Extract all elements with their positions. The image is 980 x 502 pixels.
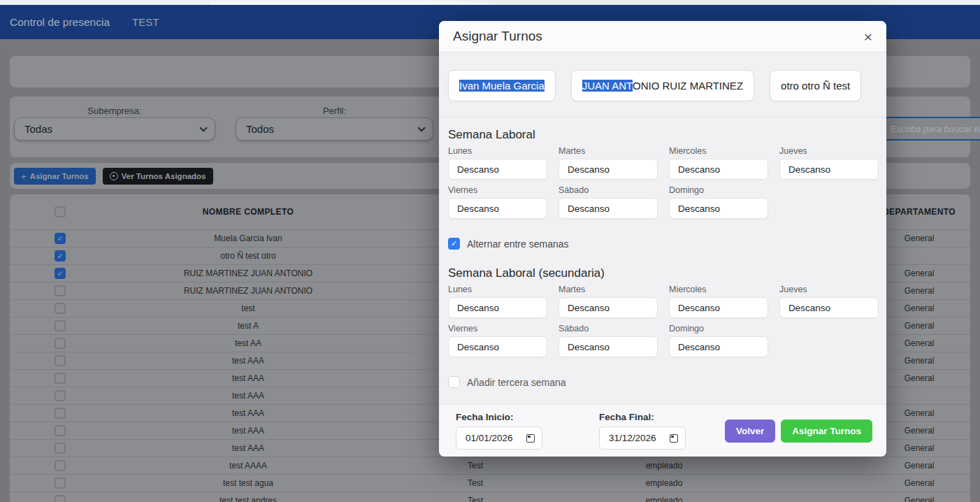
day-label: Sábado bbox=[559, 185, 658, 195]
day-field-miercoles: MiercolesDescanso bbox=[669, 146, 768, 180]
row-checkbox[interactable]: ✓ bbox=[55, 250, 66, 261]
row-checkbox[interactable] bbox=[55, 320, 66, 331]
employee-chip[interactable]: JUAN ANTONIO RUIZ MARTINEZ bbox=[571, 70, 754, 101]
day-label: Sábado bbox=[559, 324, 658, 334]
row-checkbox[interactable] bbox=[55, 390, 66, 401]
tercera-semana-checkbox[interactable] bbox=[448, 376, 460, 388]
row-checkbox[interactable] bbox=[55, 285, 66, 296]
fecha-inicio-group: Fecha Inicio: 01/01/2026 bbox=[456, 412, 542, 450]
day-label: Miercoles bbox=[669, 146, 768, 156]
row-checkbox[interactable] bbox=[55, 355, 66, 366]
chevron-down-icon bbox=[417, 124, 425, 131]
calendar-icon[interactable] bbox=[670, 434, 678, 443]
day-field-lunes: LunesDescanso bbox=[448, 146, 547, 180]
cell-perfil: empleado bbox=[565, 496, 763, 502]
day-shift-input[interactable]: Descanso bbox=[669, 159, 768, 180]
fecha-inicio-input[interactable]: 01/01/2026 bbox=[456, 426, 542, 450]
cell-name: test AAA bbox=[110, 408, 386, 418]
week1-day-grid: LunesDescansoMartesDescansoMiercolesDesc… bbox=[448, 146, 890, 224]
row-checkbox[interactable] bbox=[55, 425, 66, 436]
cell-departamento: General bbox=[763, 461, 970, 471]
ver-turnos-asignados-button[interactable]: Ver Turnos Asignados bbox=[103, 168, 213, 185]
column-header-nombre: NOMBRE COMPLETO bbox=[110, 207, 386, 217]
asignar-turnos-submit-button[interactable]: Asignar Turnos bbox=[781, 419, 872, 443]
day-field-sábado: SábadoDescanso bbox=[559, 185, 658, 219]
cell-name: test bbox=[110, 303, 386, 313]
day-shift-input[interactable]: Descanso bbox=[779, 297, 879, 318]
day-shift-input[interactable]: Descanso bbox=[779, 159, 879, 180]
select-all-checkbox[interactable] bbox=[55, 206, 66, 217]
cell-subempresa: Test bbox=[386, 478, 565, 488]
day-shift-input[interactable]: Descanso bbox=[669, 198, 768, 219]
employee-chip[interactable]: Ivan Muela Garcia bbox=[448, 70, 556, 101]
day-shift-input[interactable]: Descanso bbox=[559, 297, 658, 318]
day-shift-input[interactable]: Descanso bbox=[559, 336, 658, 357]
employee-chip[interactable]: otro otro Ñ test bbox=[770, 70, 861, 101]
day-shift-input[interactable]: Descanso bbox=[448, 198, 547, 219]
asignar-turnos-modal: Asignar Turnos × Ivan Muela Garcia JUAN … bbox=[439, 21, 886, 457]
day-field-domingo: DomingoDescanso bbox=[669, 324, 768, 357]
row-checkbox[interactable] bbox=[55, 408, 66, 419]
cell-name: RUIZ MARTINEZ JUAN ANTONIO bbox=[110, 268, 386, 278]
day-shift-input[interactable]: Descanso bbox=[559, 198, 658, 219]
asignar-turnos-button[interactable]: + Asignar Turnos bbox=[14, 168, 96, 185]
row-checkbox[interactable] bbox=[55, 373, 66, 384]
modal-header: Asignar Turnos × bbox=[439, 21, 886, 52]
search-input[interactable] bbox=[886, 117, 980, 141]
day-label: Jueves bbox=[779, 285, 879, 294]
day-label: Lunes bbox=[448, 285, 547, 294]
cell-name: test AAA bbox=[110, 426, 386, 436]
cell-name: test test agua bbox=[110, 478, 386, 488]
modal-footer: Fecha Inicio: 01/01/2026 Fecha Final: 31… bbox=[439, 404, 886, 457]
alternar-checkbox[interactable]: ✓ bbox=[448, 238, 460, 250]
cell-subempresa: Test bbox=[386, 496, 565, 502]
day-shift-input[interactable]: Descanso bbox=[669, 336, 768, 357]
cell-name: test AAA bbox=[110, 356, 386, 366]
row-checkbox[interactable] bbox=[55, 303, 66, 314]
volver-button[interactable]: Volver bbox=[725, 419, 775, 443]
row-checkbox[interactable] bbox=[55, 495, 66, 502]
row-checkbox[interactable] bbox=[55, 460, 66, 471]
day-label: Martes bbox=[559, 285, 658, 294]
navbar-item-test[interactable]: TEST bbox=[132, 16, 159, 28]
modal-title: Asignar Turnos bbox=[453, 29, 542, 44]
modal-body: Ivan Muela Garcia JUAN ANTONIO RUIZ MART… bbox=[439, 52, 886, 404]
navbar-brand[interactable]: Control de presencia bbox=[10, 16, 110, 29]
day-shift-input[interactable]: Descanso bbox=[559, 159, 658, 180]
table-row: test test agua Test empleado General bbox=[10, 474, 970, 492]
day-shift-input[interactable]: Descanso bbox=[448, 336, 547, 357]
week2-day-grid: LunesDescansoMartesDescansoMiercolesDesc… bbox=[448, 285, 890, 363]
day-field-viernes: ViernesDescanso bbox=[448, 324, 547, 357]
day-label: Viernes bbox=[448, 185, 547, 195]
browser-strip bbox=[0, 0, 980, 5]
fecha-final-label: Fecha Final: bbox=[599, 412, 686, 422]
subempresa-select[interactable]: Todas bbox=[14, 117, 215, 141]
row-checkbox[interactable] bbox=[55, 478, 66, 489]
cell-name: test AAA bbox=[110, 391, 386, 401]
cell-name: test A bbox=[110, 321, 386, 331]
close-icon[interactable]: × bbox=[864, 29, 872, 44]
week1-title: Semana Laboral bbox=[448, 128, 877, 142]
cell-name: test AAA bbox=[110, 373, 386, 383]
day-field-martes: MartesDescanso bbox=[559, 146, 658, 180]
plus-icon: + bbox=[21, 171, 27, 182]
row-checkbox[interactable] bbox=[55, 443, 66, 454]
day-label: Viernes bbox=[448, 324, 547, 334]
day-shift-input[interactable]: Descanso bbox=[669, 297, 768, 318]
fecha-final-input[interactable]: 31/12/2026 bbox=[599, 426, 686, 450]
row-checkbox[interactable]: ✓ bbox=[55, 268, 66, 279]
ver-turnos-button-label: Ver Turnos Asignados bbox=[122, 172, 206, 180]
perfil-select[interactable]: Todos bbox=[236, 117, 433, 141]
day-field-domingo: DomingoDescanso bbox=[669, 185, 768, 219]
calendar-icon[interactable] bbox=[526, 434, 535, 443]
day-shift-input[interactable]: Descanso bbox=[448, 159, 547, 180]
table-row: test test andres Test empleado General bbox=[10, 492, 970, 502]
day-shift-input[interactable]: Descanso bbox=[448, 297, 547, 318]
day-label: Lunes bbox=[448, 146, 547, 156]
day-field-martes: MartesDescanso bbox=[559, 285, 658, 318]
day-field-lunes: LunesDescanso bbox=[448, 285, 547, 318]
day-field-jueves: JuevesDescanso bbox=[779, 285, 879, 318]
day-field-miercoles: MiercolesDescanso bbox=[669, 285, 768, 318]
row-checkbox[interactable]: ✓ bbox=[55, 233, 66, 244]
row-checkbox[interactable] bbox=[55, 338, 66, 349]
